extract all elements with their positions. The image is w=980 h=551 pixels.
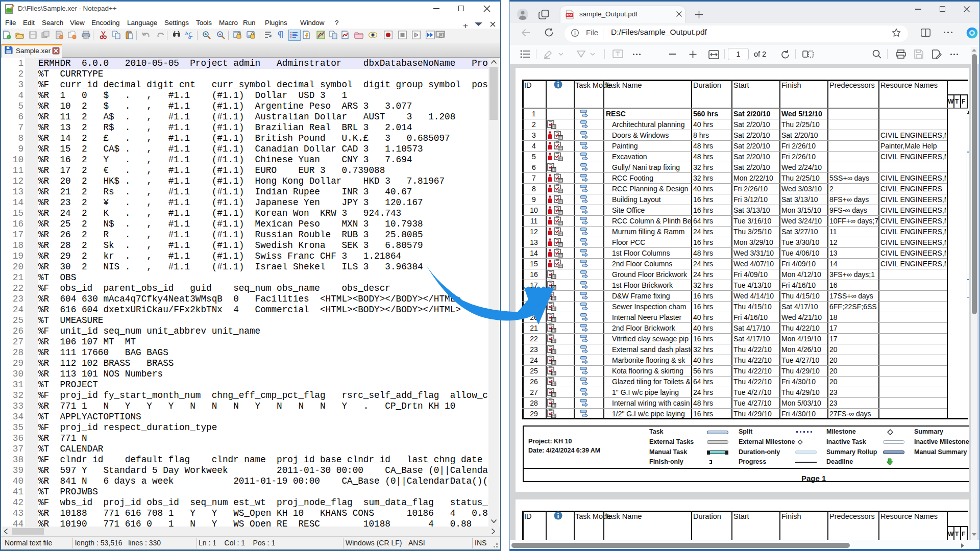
svg-text:b: b	[185, 31, 188, 36]
svg-text:PDF: PDF	[567, 14, 573, 17]
